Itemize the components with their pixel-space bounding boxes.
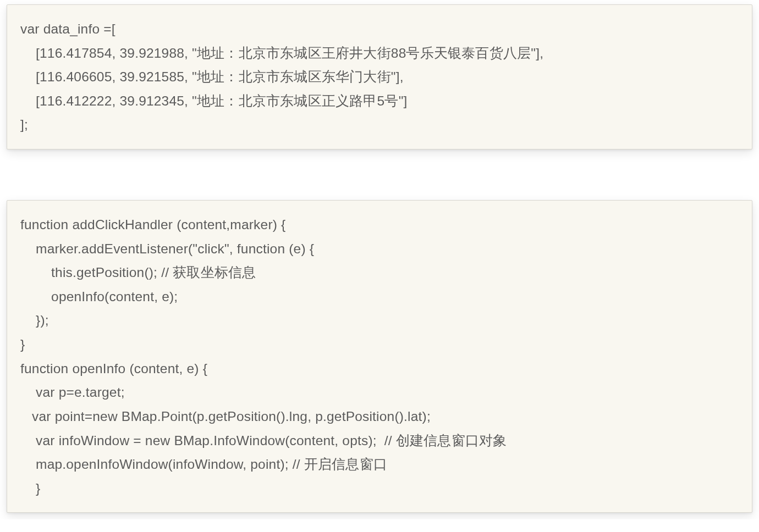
code-block-1: var data_info =[ [116.417854, 39.921988,… <box>7 4 752 149</box>
page-container: var data_info =[ [116.417854, 39.921988,… <box>0 0 759 513</box>
code-block-2: function addClickHandler (content,marker… <box>7 200 752 513</box>
